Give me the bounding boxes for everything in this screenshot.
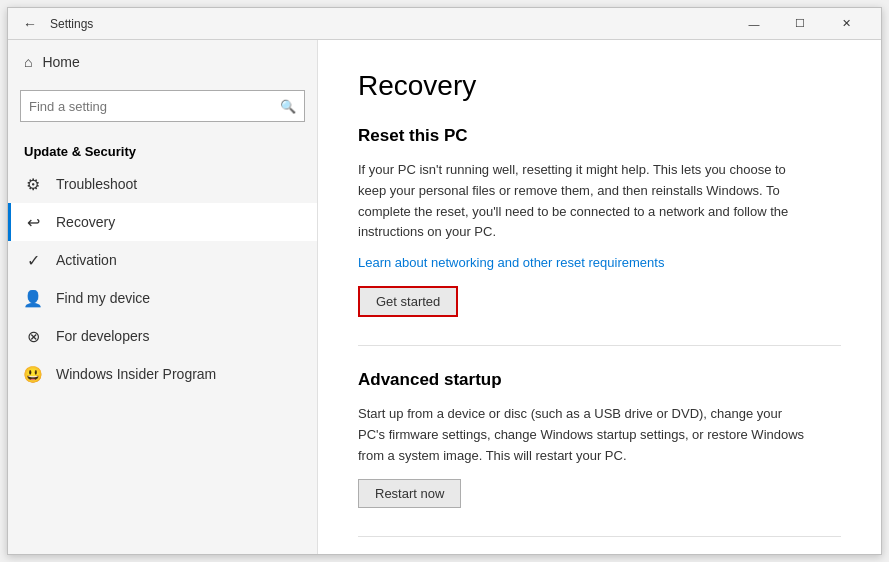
find-my-device-icon: 👤	[24, 289, 42, 307]
recovery-icon: ↩	[24, 213, 42, 231]
titlebar: ← Settings — ☐ ✕	[8, 8, 881, 40]
advanced-startup-section: Advanced startup Start up from a device …	[358, 370, 841, 507]
advanced-description: Start up from a device or disc (such as …	[358, 404, 808, 466]
sidebar-item-troubleshoot[interactable]: ⚙ Troubleshoot	[8, 165, 317, 203]
back-button[interactable]: ←	[20, 14, 40, 34]
advanced-title: Advanced startup	[358, 370, 841, 390]
sidebar-home-label: Home	[42, 54, 79, 70]
sidebar-item-activation[interactable]: ✓ Activation	[8, 241, 317, 279]
get-started-button[interactable]: Get started	[358, 286, 458, 317]
sidebar-item-windows-insider[interactable]: 😃 Windows Insider Program	[8, 355, 317, 393]
sidebar-item-for-developers[interactable]: ⊗ For developers	[8, 317, 317, 355]
sidebar-search-box: 🔍	[20, 90, 305, 122]
search-icon: 🔍	[280, 99, 296, 114]
sidebar-item-label: Windows Insider Program	[56, 366, 216, 382]
troubleshoot-icon: ⚙	[24, 175, 42, 193]
reset-description: If your PC isn't running well, resetting…	[358, 160, 808, 243]
sidebar-item-label: Activation	[56, 252, 117, 268]
insider-icon: 😃	[24, 365, 42, 383]
sidebar: ⌂ Home 🔍 Update & Security ⚙ Troubleshoo…	[8, 40, 318, 554]
developers-icon: ⊗	[24, 327, 42, 345]
close-button[interactable]: ✕	[823, 8, 869, 40]
section-divider-2	[358, 536, 841, 537]
sidebar-item-label: For developers	[56, 328, 149, 344]
section-divider	[358, 345, 841, 346]
window-controls: — ☐ ✕	[731, 8, 869, 40]
restart-now-button[interactable]: Restart now	[358, 479, 461, 508]
maximize-button[interactable]: ☐	[777, 8, 823, 40]
reset-learn-link[interactable]: Learn about networking and other reset r…	[358, 255, 841, 270]
sidebar-item-find-my-device[interactable]: 👤 Find my device	[8, 279, 317, 317]
window-title: Settings	[50, 17, 731, 31]
reset-section: Reset this PC If your PC isn't running w…	[358, 126, 841, 317]
content-area: ⌂ Home 🔍 Update & Security ⚙ Troubleshoo…	[8, 40, 881, 554]
sidebar-item-recovery[interactable]: ↩ Recovery	[8, 203, 317, 241]
main-content: Recovery Reset this PC If your PC isn't …	[318, 40, 881, 554]
sidebar-item-home[interactable]: ⌂ Home	[8, 40, 317, 84]
sidebar-item-label: Find my device	[56, 290, 150, 306]
home-icon: ⌂	[24, 54, 32, 70]
search-input[interactable]	[29, 99, 280, 114]
minimize-button[interactable]: —	[731, 8, 777, 40]
page-title: Recovery	[358, 70, 841, 102]
settings-window: ← Settings — ☐ ✕ ⌂ Home 🔍 Update & Secur…	[7, 7, 882, 555]
sidebar-item-label: Troubleshoot	[56, 176, 137, 192]
sidebar-category-label: Update & Security	[8, 134, 317, 165]
sidebar-item-label: Recovery	[56, 214, 115, 230]
reset-title: Reset this PC	[358, 126, 841, 146]
activation-icon: ✓	[24, 251, 42, 269]
